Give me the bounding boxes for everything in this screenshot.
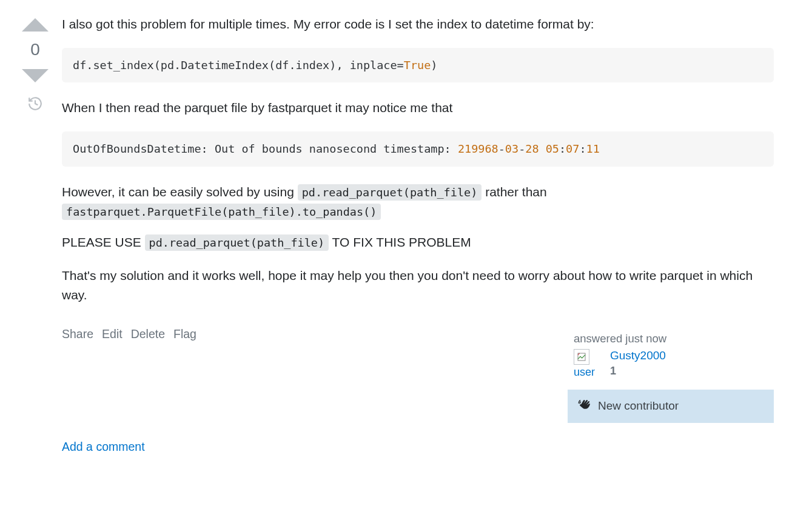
code-number: 28 — [525, 142, 539, 155]
text: However, it can be easily solved by usin… — [62, 185, 298, 199]
paragraph-emphasis: PLEASE USE pd.read_parquet(path_file) TO… — [62, 233, 774, 253]
paragraph-intro: I also got this problem for multiple tim… — [62, 15, 774, 35]
paragraph-closing: That's my solution and it works well, ho… — [62, 266, 774, 305]
user-details: Gusty2000 1 — [610, 349, 666, 377]
avatar[interactable]: user — [574, 349, 603, 379]
new-contributor-label: New contributor — [598, 399, 679, 413]
code-text: OutOfBoundsDatetime: Out of bounds nanos… — [73, 142, 458, 155]
downvote-button[interactable] — [22, 69, 49, 82]
code-number: 219968 — [458, 142, 498, 155]
add-comment-section: Add a comment — [62, 440, 774, 454]
answered-time: answered just now — [574, 332, 768, 345]
activity-history-icon[interactable] — [27, 96, 43, 113]
post-menu: Share Edit Delete Flag answered just now — [62, 327, 774, 423]
vote-count: 0 — [30, 40, 40, 59]
flag-link[interactable]: Flag — [173, 327, 196, 341]
inline-code-readparquet: pd.read_parquet(path_file) — [298, 184, 482, 201]
user-row: user Gusty2000 1 — [574, 349, 768, 379]
code-keyword: True — [404, 59, 431, 71]
text: PLEASE USE — [62, 235, 145, 249]
post-actions: Share Edit Delete Flag — [62, 327, 196, 341]
svg-rect-0 — [578, 353, 585, 361]
code-number: 03 — [505, 142, 518, 155]
user-card: answered just now user — [568, 327, 774, 423]
paragraph-readnote: When I then read the parquet file by fas… — [62, 98, 774, 118]
vote-column: 0 — [18, 15, 52, 454]
edit-link[interactable]: Edit — [102, 327, 122, 341]
text: rather than — [482, 185, 546, 199]
post-text: I also got this problem for multiple tim… — [62, 15, 774, 305]
inline-code-fastparquet: fastparquet.ParquetFile(path_file).to_pa… — [62, 204, 381, 220]
code-op: - — [518, 142, 525, 155]
code-block-setindex: df.set_index(pd.DatetimeIndex(df.index),… — [62, 48, 774, 83]
inline-code-readparquet-fix: pd.read_parquet(path_file) — [145, 234, 329, 251]
upvote-button[interactable] — [22, 18, 49, 32]
answer-container: 0 I also got this problem for multiple t… — [18, 15, 774, 454]
code-number: 11 — [586, 142, 600, 155]
code-block-error: OutOfBoundsDatetime: Out of bounds nanos… — [62, 131, 774, 167]
user-reputation: 1 — [610, 365, 666, 377]
code-text — [539, 142, 546, 155]
user-name-link[interactable]: Gusty2000 — [610, 349, 666, 362]
new-contributor-badge: New contributor — [568, 390, 774, 423]
code-op: - — [498, 142, 505, 155]
text: TO FIX THIS PROBLEM — [329, 235, 471, 249]
code-text: df.set_index(pd.DatetimeIndex(df.index),… — [73, 59, 404, 71]
avatar-alt-text: user — [574, 366, 595, 379]
wave-hand-icon — [577, 398, 591, 414]
post-body: I also got this problem for multiple tim… — [62, 15, 774, 454]
code-op: : — [559, 142, 566, 155]
code-op: : — [579, 142, 586, 155]
code-text: ) — [431, 59, 437, 71]
delete-link[interactable]: Delete — [131, 327, 165, 341]
paragraph-solution: However, it can be easily solved by usin… — [62, 182, 774, 222]
code-number: 07 — [566, 142, 579, 155]
share-link[interactable]: Share — [62, 327, 93, 341]
broken-image-icon — [574, 349, 589, 365]
code-number: 05 — [546, 142, 559, 155]
add-comment-link[interactable]: Add a comment — [62, 440, 145, 453]
user-info: answered just now user — [568, 327, 774, 381]
